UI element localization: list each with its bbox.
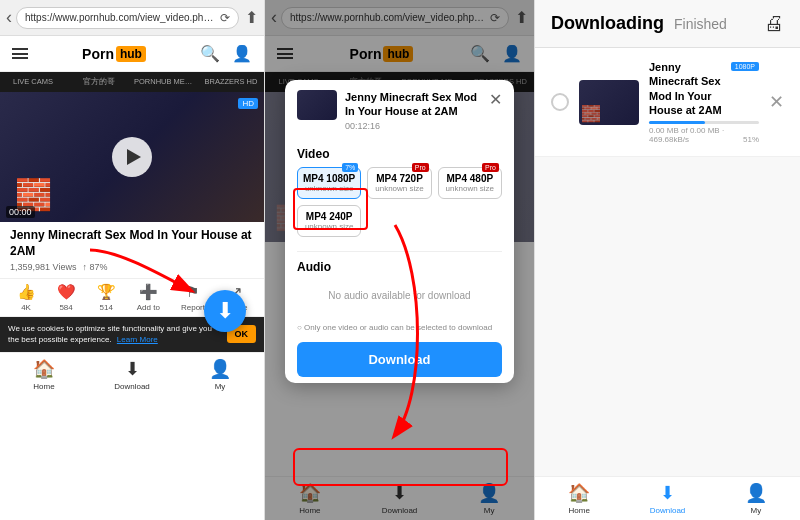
modal-title-area: Jenny Minecraft Sex Mod In Your House at… xyxy=(345,90,481,131)
favorite-button-1[interactable]: ❤️ 584 xyxy=(57,283,76,312)
item-title: Jenny Minecraft Sex Mod In Your House at… xyxy=(649,60,727,117)
ph-logo-hub-1: hub xyxy=(116,46,146,62)
video-area-1[interactable]: 🧱 00:00 HD xyxy=(0,92,264,222)
badge-1080p: 7% xyxy=(342,163,358,172)
search-icon-1[interactable]: 🔍 xyxy=(200,44,220,63)
quality-sub-720p: unknown size xyxy=(372,184,426,193)
nav-home-3[interactable]: 🏠 Home xyxy=(535,477,623,520)
my-icon-3: 👤 xyxy=(745,482,767,504)
quality-label-720p: MP4 720P xyxy=(372,173,426,184)
report-label-1: Report xyxy=(181,303,205,312)
item-progress-fill xyxy=(649,121,705,124)
share-icon-1[interactable]: ⬆ xyxy=(245,8,258,27)
quality-label-480p: MP4 480P xyxy=(443,173,497,184)
download-nav-icon-3: ⬇ xyxy=(660,482,675,504)
modal-video-section: Video 7% MP4 1080P unknown size Pro MP4 … xyxy=(285,141,514,251)
printer-icon[interactable]: 🖨 xyxy=(764,12,784,35)
item-close-button[interactable]: ✕ xyxy=(769,91,784,113)
heart-icon-1: ❤️ xyxy=(57,283,76,301)
home-icon-1: 🏠 xyxy=(33,358,55,380)
add-to-button-1[interactable]: ➕ Add to xyxy=(137,283,160,312)
nav-tabs-1: LIVE CAMS 官方的哥 PORNHUB MERCH BRAZZERS HD xyxy=(0,72,264,92)
cookie-text-1: We use cookies to optimize site function… xyxy=(8,323,221,345)
modal-duration: 00:12:16 xyxy=(345,121,481,131)
url-bar-1[interactable]: https://www.pornhub.com/view_video.php?v… xyxy=(16,7,239,29)
item-info: Jenny Minecraft Sex Mod In Your House at… xyxy=(649,60,759,144)
quality-sub-240p: unknown size xyxy=(302,222,356,231)
nav-download-3[interactable]: ⬇ Download xyxy=(623,477,711,520)
item-radio[interactable] xyxy=(551,93,569,111)
download-circle-icon-1[interactable]: ⬇ xyxy=(216,298,234,324)
url-text-1: https://www.pornhub.com/view_video.php?v… xyxy=(25,12,216,23)
audio-section-title: Audio xyxy=(297,260,502,274)
video-title-1: Jenny Minecraft Sex Mod In Your House at… xyxy=(10,228,254,259)
quality-480p[interactable]: Pro MP4 480P unknown size xyxy=(438,167,502,199)
download-arrow-1: ⬇ xyxy=(204,290,246,332)
fav-count-1: 584 xyxy=(59,303,72,312)
report-button-1[interactable]: ⚑ Report xyxy=(181,283,205,312)
item-progress-bar xyxy=(649,121,759,124)
back-button-1[interactable]: ‹ xyxy=(6,7,12,28)
thumb-char: 🧱 xyxy=(581,104,601,123)
my-label-1: My xyxy=(215,382,226,391)
reload-icon-1: ⟳ xyxy=(220,11,230,25)
bottom-nav-3: 🏠 Home ⬇ Download 👤 My xyxy=(535,476,800,520)
quality-240p[interactable]: MP4 240P unknown size xyxy=(297,205,361,237)
trophy-button-1[interactable]: 🏆 514 xyxy=(97,283,116,312)
like-button-1[interactable]: 👍 4K xyxy=(17,283,36,312)
download-modal: Jenny Minecraft Sex Mod In Your House at… xyxy=(285,80,514,383)
nav-home-1[interactable]: 🏠 Home xyxy=(0,353,88,396)
trophy-count-1: 514 xyxy=(100,303,113,312)
like-count-1: 4K xyxy=(21,303,31,312)
downloading-title: Downloading xyxy=(551,13,664,34)
download-note: ○ Only one video or audio can be selecte… xyxy=(285,319,514,336)
quality-1080p[interactable]: 7% MP4 1080P unknown size xyxy=(297,167,361,199)
item-thumbnail: 🧱 xyxy=(579,80,639,125)
nav-my-1[interactable]: 👤 My xyxy=(176,353,264,396)
nav-tab-official-1[interactable]: 官方的哥 xyxy=(66,72,132,92)
home-label-3: Home xyxy=(568,506,589,515)
hamburger-menu-1[interactable] xyxy=(12,48,28,59)
badge-480p: Pro xyxy=(482,163,499,172)
account-icon-1[interactable]: 👤 xyxy=(232,44,252,63)
video-info-1: Jenny Minecraft Sex Mod In Your House at… xyxy=(0,222,264,278)
download-note-content: Only one video or audio can be selected … xyxy=(304,323,492,332)
learn-more-link-1[interactable]: Learn More xyxy=(117,335,158,344)
trophy-icon-1: 🏆 xyxy=(97,283,116,301)
play-button-1[interactable] xyxy=(112,137,152,177)
home-icon-3: 🏠 xyxy=(568,482,590,504)
item-quality-badge: 1080P xyxy=(731,62,759,71)
video-timer-1: 00:00 xyxy=(6,206,35,218)
quality-sub-480p: unknown size xyxy=(443,184,497,193)
download-nav-icon-1: ⬇ xyxy=(125,358,140,380)
p3-header: Downloading Finished 🖨 xyxy=(535,0,800,48)
download-item: 🧱 Jenny Minecraft Sex Mod In Your House … xyxy=(535,48,800,157)
nav-my-3[interactable]: 👤 My xyxy=(712,477,800,520)
modal-thumb xyxy=(297,90,337,120)
panel2: ‹ https://www.pornhub.com/view_video.php… xyxy=(265,0,535,520)
nav-tab-livecams-1[interactable]: LIVE CAMS xyxy=(0,72,66,92)
nav-tab-brazzers-1[interactable]: BRAZZERS HD xyxy=(198,72,264,92)
nav-download-1[interactable]: ⬇ Download xyxy=(88,353,176,396)
ph-header-1: Porn hub 🔍 👤 xyxy=(0,36,264,72)
finished-subtitle: Finished xyxy=(674,16,727,32)
browser-bar-1: ‹ https://www.pornhub.com/view_video.php… xyxy=(0,0,264,36)
my-icon-1: 👤 xyxy=(209,358,231,380)
ph-header-icons-1: 🔍 👤 xyxy=(200,44,252,63)
p3-title-area: Downloading Finished xyxy=(551,13,727,34)
likes-1: ↑ 87% xyxy=(82,262,107,272)
ph-logo-text-1: Porn xyxy=(82,46,114,62)
nav-tab-merch-1[interactable]: PORNHUB MERCH xyxy=(132,72,198,92)
my-label-3: My xyxy=(750,506,761,515)
quality-720p[interactable]: Pro MP4 720P unknown size xyxy=(367,167,431,199)
add-icon-1: ➕ xyxy=(139,283,158,301)
download-button[interactable]: Download xyxy=(297,342,502,377)
modal-close-button[interactable]: ✕ xyxy=(489,90,502,109)
panel3: Downloading Finished 🖨 🧱 Jenny Minecraft… xyxy=(535,0,800,520)
home-label-1: Home xyxy=(33,382,54,391)
quality-label-1080p: MP4 1080P xyxy=(302,173,356,184)
video-section-title: Video xyxy=(297,147,502,161)
cookie-message-1: We use cookies to optimize site function… xyxy=(8,324,212,344)
modal-title: Jenny Minecraft Sex Mod In Your House at… xyxy=(345,90,481,119)
modal-audio-section: Audio No audio available for download xyxy=(285,252,514,319)
